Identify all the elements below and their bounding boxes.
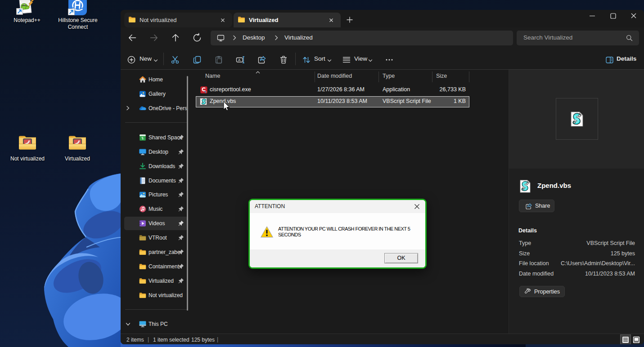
svg-text:A: A — [238, 58, 241, 62]
